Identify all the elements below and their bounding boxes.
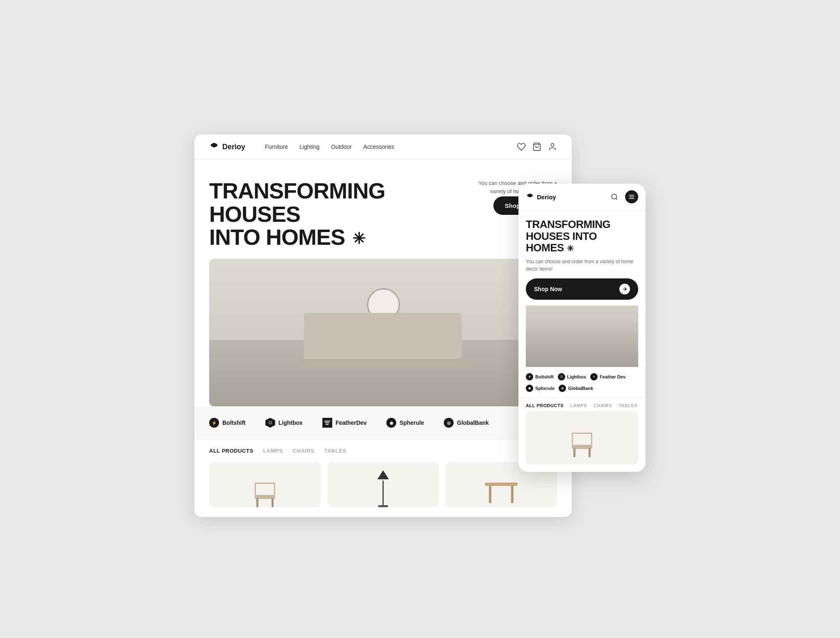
svg-point-3 xyxy=(612,194,616,199)
mobile-title-line1: TRANSFORMING xyxy=(526,218,610,230)
partner-spherule: ◉ Spherule xyxy=(386,418,424,428)
tab-tables[interactable]: TABLES xyxy=(324,448,346,454)
mobile-partner-globalbank: ◎ GlobalBank xyxy=(559,385,593,392)
tab-chairs[interactable]: CHAIRS xyxy=(293,448,315,454)
mobile-featherdev-icon: ≡ xyxy=(590,373,598,381)
mobile-boltshift-label: Boltshift xyxy=(535,374,554,379)
mobile-spherule-icon: ◉ xyxy=(526,385,533,392)
mobile-search-button[interactable] xyxy=(608,190,621,203)
nav-link-furniture[interactable]: Furniture xyxy=(265,144,288,150)
mobile-menu-button[interactable] xyxy=(625,190,638,203)
mobile-partner-spherule: ◉ Spherule xyxy=(526,385,555,392)
product-card-chair[interactable] xyxy=(209,462,321,507)
mobile-lightbox-label: Lightbox xyxy=(567,374,586,379)
hero-star-icon: ✳ xyxy=(352,231,365,247)
lightbox-label: Lightbox xyxy=(278,419,303,426)
desktop-card: Derioy Furniture Lighting Outdoor Access… xyxy=(194,134,572,517)
mobile-featherdev-label: Feather Dev xyxy=(600,374,625,379)
mobile-product-tabs: ALL PRODUCTS LAMPS CHAIRS TABLES xyxy=(518,398,646,411)
mobile-nav: Derioy xyxy=(518,184,646,210)
featherdev-label: FeatherDev xyxy=(336,419,367,426)
mobile-arrow-icon xyxy=(622,286,628,292)
lightbox-icon: ⬡ xyxy=(265,418,275,428)
mobile-partner-featherdev: ≡ Feather Dev xyxy=(590,373,625,381)
desktop-product-tabs: ALL PRODUCTS LAMPS CHAIRS TABLES xyxy=(194,439,572,458)
mobile-partner-boltshift: ⚡ Boltshift xyxy=(526,373,554,381)
mobile-lightbox-icon: ⬡ xyxy=(558,373,565,381)
desktop-logo-text: Derioy xyxy=(222,143,245,151)
globalbank-icon: ◎ xyxy=(444,418,454,428)
spherule-label: Spherule xyxy=(399,419,424,426)
desktop-hero-title: TRANSFORMING HOUSES INTO HOMES ✳ xyxy=(209,179,447,249)
room-sofa xyxy=(304,313,462,362)
desktop-nav: Derioy Furniture Lighting Outdoor Access… xyxy=(194,134,572,160)
wishlist-icon[interactable] xyxy=(517,142,526,151)
mobile-shop-now-label: Shop Now xyxy=(534,286,562,292)
hero-title-line1: TRANSFORMING HOUSES xyxy=(209,178,385,226)
desktop-logo: Derioy xyxy=(209,142,245,152)
scene: Derioy Furniture Lighting Outdoor Access… xyxy=(194,134,646,504)
cart-icon[interactable] xyxy=(532,142,541,151)
mobile-card: Derioy TRANSFORMING HOUSES INTO xyxy=(518,184,646,472)
nav-link-outdoor[interactable]: Outdoor xyxy=(331,144,352,150)
desktop-hero: TRANSFORMING HOUSES INTO HOMES ✳ You can… xyxy=(194,160,572,406)
search-icon xyxy=(611,193,618,201)
mobile-tab-tables[interactable]: TABLES xyxy=(619,403,637,408)
mobile-hero-subtext: You can choose and order from a variety … xyxy=(526,258,638,273)
svg-line-4 xyxy=(616,198,617,199)
desktop-nav-icons xyxy=(517,142,557,151)
mobile-title-line2: HOUSES INTO xyxy=(526,230,597,242)
partner-featherdev: FeatherDev xyxy=(322,418,367,428)
partner-globalbank: ◎ GlobalBank xyxy=(444,418,489,428)
mobile-logo-icon xyxy=(526,193,534,201)
hero-title-line2: INTO HOMES xyxy=(209,225,345,249)
tab-lamps[interactable]: LAMPS xyxy=(263,448,283,454)
mobile-spherule-label: Spherule xyxy=(535,386,555,391)
mobile-logo-text: Derioy xyxy=(537,194,556,201)
table-illustration xyxy=(485,478,518,507)
mobile-arrow-circle xyxy=(619,284,630,294)
mobile-nav-icons xyxy=(608,190,638,203)
svg-point-1 xyxy=(551,144,554,146)
boltshift-label: Boltshift xyxy=(222,419,246,426)
desktop-products-row xyxy=(194,458,572,517)
tab-all-products[interactable]: ALL PRODUCTS xyxy=(209,448,253,454)
menu-icon xyxy=(628,194,635,200)
mobile-partner-lightbox: ⬡ Lightbox xyxy=(558,373,586,381)
mobile-product-preview[interactable] xyxy=(526,411,638,465)
lamp-illustration xyxy=(375,470,391,507)
mobile-partners: ⚡ Boltshift ⬡ Lightbox ≡ Feather Dev ◉ S… xyxy=(518,367,646,398)
mobile-title-line3: HOMES xyxy=(526,242,564,254)
mobile-star-icon: ✳ xyxy=(567,244,574,253)
mobile-chair-illustration xyxy=(568,424,596,457)
nav-link-accessories[interactable]: Accessories xyxy=(363,144,394,150)
mobile-hero: TRANSFORMING HOUSES INTO HOMES ✳ You can… xyxy=(518,210,646,367)
mobile-boltshift-icon: ⚡ xyxy=(526,373,533,381)
desktop-partners-bar: ⚡ Boltshift ⬡ Lightbox FeatherDev ◉ Sphe… xyxy=(194,406,572,439)
desktop-nav-links: Furniture Lighting Outdoor Accessories xyxy=(265,144,504,150)
globalbank-label: GlobalBank xyxy=(457,419,489,426)
spherule-icon: ◉ xyxy=(386,418,396,428)
chair-illustration xyxy=(251,474,279,507)
desktop-hero-image xyxy=(209,259,525,406)
mobile-globalbank-label: GlobalBank xyxy=(568,386,593,391)
room-scene xyxy=(209,259,525,406)
mobile-hero-image xyxy=(526,305,638,367)
mobile-globalbank-icon: ◎ xyxy=(559,385,566,392)
user-icon[interactable] xyxy=(548,142,557,151)
mobile-tab-chairs[interactable]: CHAIRS xyxy=(593,403,612,408)
mobile-logo: Derioy xyxy=(526,193,556,201)
product-card-lamp[interactable] xyxy=(327,462,439,507)
mobile-room-scene xyxy=(526,305,638,367)
boltshift-icon: ⚡ xyxy=(209,418,219,428)
mobile-tab-lamps[interactable]: LAMPS xyxy=(570,403,587,408)
partner-lightbox: ⬡ Lightbox xyxy=(265,418,303,428)
partner-boltshift: ⚡ Boltshift xyxy=(209,418,246,428)
nav-link-lighting[interactable]: Lighting xyxy=(299,144,320,150)
mobile-hero-title: TRANSFORMING HOUSES INTO HOMES ✳ xyxy=(526,219,638,254)
mobile-tab-all-products[interactable]: ALL PRODUCTS xyxy=(526,403,564,408)
featherdev-icon xyxy=(322,418,332,428)
mobile-shop-now-button[interactable]: Shop Now xyxy=(526,278,638,300)
